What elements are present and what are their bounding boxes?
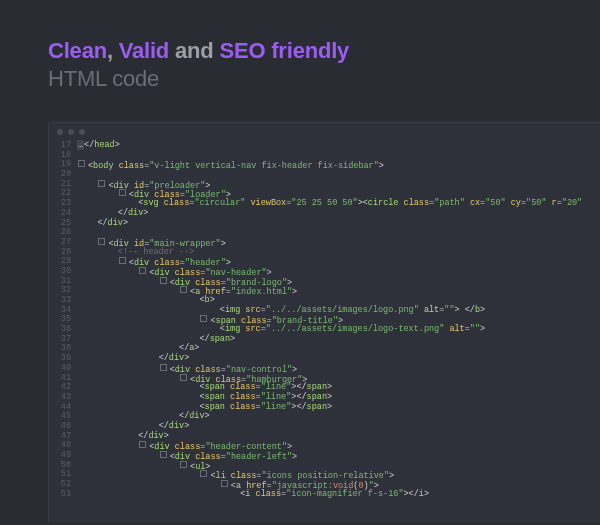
code-content[interactable]: …</head><body class="v-light vertical-na… xyxy=(77,141,600,499)
code-line[interactable]: <img src="../../assets/images/logo.png" … xyxy=(77,306,600,316)
line-number: 53 xyxy=(49,490,71,500)
code-line[interactable]: <body class="v-light vertical-nav fix-he… xyxy=(77,160,600,170)
code-line[interactable]: <div class="nav-header"> xyxy=(77,267,600,277)
headline-title: Clean, Valid and SEO friendly xyxy=(48,38,600,64)
code-line[interactable]: </div> xyxy=(77,209,600,219)
code-line[interactable] xyxy=(77,151,600,161)
code-line[interactable]: <i class="icon-magnifier f-s-16"></i> xyxy=(77,490,600,500)
code-line[interactable]: …</head> xyxy=(77,141,600,151)
code-line[interactable] xyxy=(77,170,600,180)
window-controls xyxy=(57,129,85,135)
code-line[interactable]: <div id="preloader"> xyxy=(77,180,600,190)
headline-word-1: Clean xyxy=(48,38,107,63)
window-dot-icon xyxy=(57,129,63,135)
code-line[interactable]: <svg class="circular" viewBox="25 25 50 … xyxy=(77,199,600,209)
code-line[interactable]: <div class="brand-logo"> xyxy=(77,277,600,287)
window-dot-icon xyxy=(79,129,85,135)
line-number-gutter: 1718192021222324252627282930313233343536… xyxy=(49,141,77,499)
code-line[interactable]: <li class="icons position-relative"> xyxy=(77,470,600,480)
headline: Clean, Valid and SEO friendly HTML code xyxy=(0,0,600,92)
headline-subtitle: HTML code xyxy=(48,66,600,92)
headline-word-3: SEO friendly xyxy=(219,38,349,63)
code-area[interactable]: 1718192021222324252627282930313233343536… xyxy=(49,123,600,499)
code-line[interactable]: <!-- header --> xyxy=(77,248,600,258)
code-line[interactable]: <div class="nav-control"> xyxy=(77,364,600,374)
code-line[interactable]: </div> xyxy=(77,219,600,229)
code-line[interactable]: </div> xyxy=(77,432,600,442)
window-dot-icon xyxy=(68,129,74,135)
code-line[interactable] xyxy=(77,228,600,238)
headline-word-2: Valid xyxy=(119,38,169,63)
code-line[interactable]: <div class="header-content"> xyxy=(77,441,600,451)
code-line[interactable]: </div> xyxy=(77,354,600,364)
code-line[interactable]: <div class="header-left"> xyxy=(77,451,600,461)
code-line[interactable]: <ul> xyxy=(77,461,600,471)
code-line[interactable]: <div class="header"> xyxy=(77,257,600,267)
code-editor[interactable]: 1718192021222324252627282930313233343536… xyxy=(48,122,600,522)
